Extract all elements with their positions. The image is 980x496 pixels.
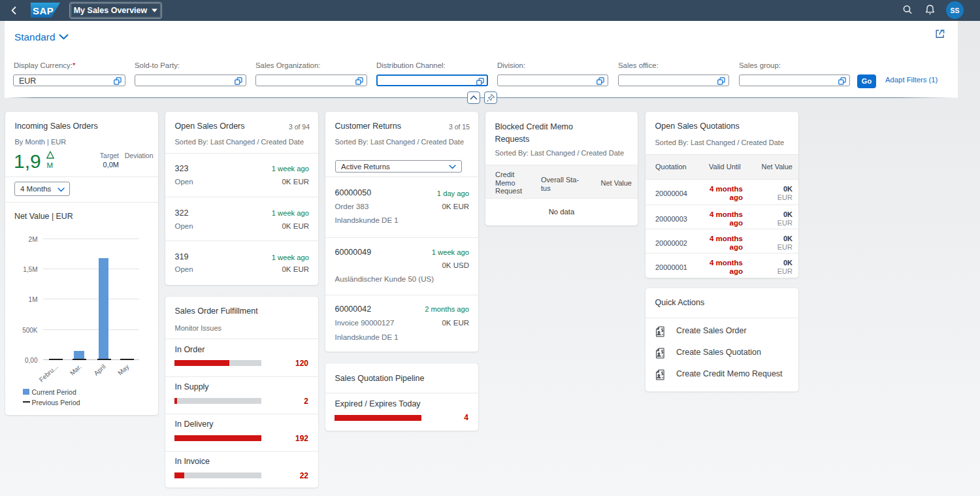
svg-text:SAP: SAP	[33, 5, 54, 16]
